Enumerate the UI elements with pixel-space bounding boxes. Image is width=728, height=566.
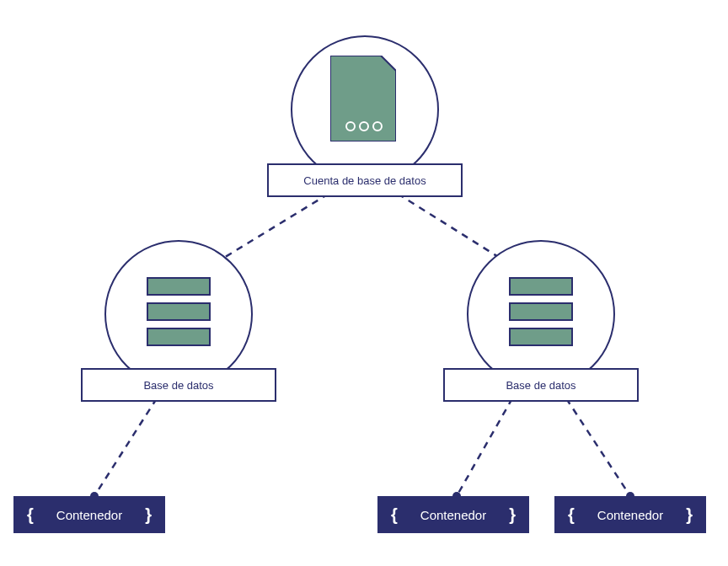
connector-db-right-container-3 [566,398,630,496]
brace-left-icon: { [568,505,575,525]
database-label-box-right: Base de datos [443,368,639,402]
database-label-box-left: Base de datos [81,368,276,402]
database-stack-icon [147,302,211,321]
brace-left-icon: { [27,505,34,525]
brace-left-icon: { [391,505,398,525]
database-label-text: Base de datos [506,379,575,392]
connector-db-left-container-1 [94,398,157,496]
container-label-text: Contenedor [597,508,663,522]
container-box-1: { Contenedor } [13,496,165,533]
brace-right-icon: } [145,505,152,525]
svg-marker-0 [330,56,396,142]
document-dots-icon [330,56,396,142]
account-label-text: Cuenta de base de datos [303,174,426,187]
database-stack-icon [509,302,573,321]
database-stack-icon [509,277,573,296]
database-stack-icon [509,328,573,346]
account-label-box: Cuenta de base de datos [267,163,463,197]
container-label-text: Contenedor [420,508,486,522]
database-stack-icon [147,328,211,346]
database-label-text: Base de datos [143,379,213,392]
brace-right-icon: } [686,505,693,525]
container-box-3: { Contenedor } [554,496,706,533]
connector-db-right-container-2 [457,398,512,496]
brace-right-icon: } [509,505,516,525]
container-box-2: { Contenedor } [377,496,529,533]
database-stack-icon [147,277,211,296]
container-label-text: Contenedor [56,508,122,522]
